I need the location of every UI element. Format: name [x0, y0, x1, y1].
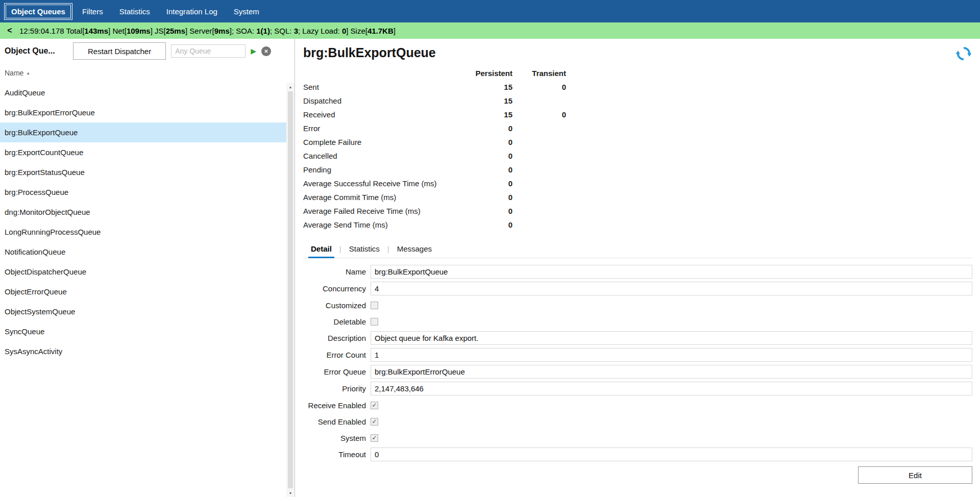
- restart-dispatcher-button[interactable]: Restart Dispatcher: [73, 42, 166, 60]
- stats-column-transient: Transient: [512, 66, 566, 80]
- queue-item-brg-exportcountqueue[interactable]: brg:ExportCountQueue: [0, 142, 286, 162]
- clear-search-icon[interactable]: ✕: [261, 46, 271, 56]
- queue-item-dng-monitorobjectqueue[interactable]: dng:MonitorObjectQueue: [0, 202, 286, 222]
- stat-persistent-dispatched: 15: [467, 94, 512, 108]
- field-control-deletable: [371, 318, 972, 326]
- field-checkbox-receive-enabled[interactable]: ✓: [371, 402, 378, 409]
- field-control-error-count: [371, 348, 972, 362]
- edit-button[interactable]: Edit: [858, 466, 972, 484]
- field-control-customized: [371, 302, 972, 309]
- stat-persistent-average-successful-receive-time-ms: 0: [467, 177, 512, 190]
- queue-item-objecterrorqueue[interactable]: ObjectErrorQueue: [0, 282, 286, 302]
- queue-item-sysasyncactivity[interactable]: SysAsyncActivity: [0, 341, 286, 361]
- queue-item-brg-processqueue[interactable]: brg:ProcessQueue: [0, 182, 286, 202]
- queue-item-auditqueue[interactable]: AuditQueue: [0, 83, 286, 103]
- scroll-down-icon[interactable]: ▼: [286, 489, 295, 497]
- field-checkbox-send-enabled[interactable]: ✓: [371, 418, 378, 426]
- top-nav: Object QueuesFiltersStatisticsIntegratio…: [0, 0, 980, 22]
- scroll-thumb[interactable]: [288, 91, 293, 488]
- status-label: ; Lazy Load:: [298, 27, 342, 35]
- tab-statistics[interactable]: Statistics: [341, 239, 387, 258]
- refresh-icon[interactable]: [955, 45, 972, 62]
- field-input-error-queue[interactable]: [371, 365, 972, 379]
- stat-transient-pending: [512, 163, 566, 177]
- stat-transient-sent: 0: [512, 80, 566, 94]
- sort-ascending-icon: ▲: [26, 71, 30, 76]
- form-row-priority: Priority: [303, 382, 972, 395]
- field-control-timeout: [371, 448, 972, 461]
- nav-item-object-queues[interactable]: Object Queues: [4, 3, 72, 20]
- queue-item-notificationqueue[interactable]: NotificationQueue: [0, 242, 286, 262]
- field-control-name: [371, 265, 972, 279]
- form-row-error-queue: Error Queue: [303, 365, 972, 379]
- stat-transient-complete-failure: [512, 135, 566, 149]
- detail-title: brg:BulkExportQueue: [303, 45, 972, 60]
- status-label: ] Net[: [108, 27, 127, 35]
- form-row-concurrency: Concurrency: [303, 282, 972, 295]
- stat-persistent-received: 15: [467, 108, 512, 121]
- nav-item-system[interactable]: System: [227, 4, 266, 19]
- form-row-timeout: Timeout: [303, 448, 972, 461]
- stat-transient-average-send-time-ms: [512, 218, 566, 232]
- field-checkbox-customized[interactable]: [371, 302, 378, 309]
- stat-label-complete-failure: Complete Failure: [303, 135, 467, 149]
- stat-label-cancelled: Cancelled: [303, 149, 467, 163]
- detail-tabs: Detail|Statistics|Messages: [303, 239, 972, 258]
- field-input-priority[interactable]: [371, 382, 972, 395]
- stat-label-average-commit-time-ms: Average Commit Time (ms): [303, 190, 467, 204]
- tab-messages[interactable]: Messages: [389, 239, 439, 258]
- queue-item-longrunningprocessqueue[interactable]: LongRunningProcessQueue: [0, 222, 286, 242]
- scroll-up-icon[interactable]: ▲: [286, 83, 295, 91]
- field-control-description: [371, 331, 972, 345]
- queue-item-objectdispatcherqueue[interactable]: ObjectDispatcherQueue: [0, 262, 286, 282]
- queue-search-input[interactable]: [171, 44, 246, 58]
- nav-item-integration-log[interactable]: Integration Log: [160, 4, 224, 19]
- detail-panel: brg:BulkExportQueue PersistentTransientS…: [295, 39, 980, 497]
- queue-scrollbar[interactable]: ▲ ▼: [286, 83, 295, 497]
- status-value: 3: [294, 27, 298, 35]
- status-value: 1(1): [256, 27, 270, 35]
- field-checkbox-system[interactable]: ✓: [371, 434, 378, 442]
- status-label: ] JS[: [151, 27, 166, 35]
- field-control-concurrency: [371, 282, 972, 295]
- status-label: ] Server[: [185, 27, 214, 35]
- queue-item-syncqueue[interactable]: SyncQueue: [0, 321, 286, 341]
- status-label: 12:59:04.178 Total[: [19, 27, 84, 35]
- queue-item-objectsystemqueue[interactable]: ObjectSystemQueue: [0, 302, 286, 321]
- queue-item-brg-bulkexporterrorqueue[interactable]: brg:BulkExportErrorQueue: [0, 103, 286, 122]
- field-label-concurrency: Concurrency: [303, 284, 371, 293]
- form-row-system: System✓: [303, 431, 972, 444]
- queue-list: AuditQueuebrg:BulkExportErrorQueuebrg:Bu…: [0, 83, 286, 497]
- queue-item-brg-exportstatusqueue[interactable]: brg:ExportStatusQueue: [0, 162, 286, 182]
- field-input-concurrency[interactable]: [371, 282, 972, 295]
- stat-transient-average-failed-receive-time-ms: [512, 204, 566, 218]
- field-label-error-count: Error Count: [303, 351, 371, 359]
- field-label-error-queue: Error Queue: [303, 367, 371, 376]
- status-label: ]; SOA:: [230, 27, 257, 35]
- stat-transient-received: 0: [512, 108, 566, 121]
- back-icon[interactable]: <: [0, 26, 19, 35]
- form-row-customized: Customized: [303, 299, 972, 312]
- field-checkbox-deletable[interactable]: [371, 318, 378, 326]
- nav-item-statistics[interactable]: Statistics: [113, 4, 157, 19]
- stat-transient-cancelled: [512, 149, 566, 163]
- stat-label-error: Error: [303, 121, 467, 135]
- detail-form: NameConcurrencyCustomizedDeletableDescri…: [303, 265, 972, 461]
- queue-toolbar: Object Que... Restart Dispatcher ▶ ✕: [0, 39, 295, 63]
- stats-header-spacer: [303, 66, 467, 80]
- name-column-header[interactable]: Name ▲: [0, 63, 295, 83]
- field-input-name[interactable]: [371, 265, 972, 279]
- field-input-error-count[interactable]: [371, 348, 972, 362]
- nav-item-filters[interactable]: Filters: [76, 4, 110, 19]
- queue-item-brg-bulkexportqueue[interactable]: brg:BulkExportQueue: [0, 122, 286, 142]
- field-control-send-enabled: ✓: [371, 418, 972, 426]
- field-input-description[interactable]: [371, 331, 972, 345]
- stat-persistent-sent: 15: [467, 80, 512, 94]
- run-search-icon[interactable]: ▶: [251, 47, 256, 55]
- field-input-timeout[interactable]: [371, 448, 972, 461]
- stat-persistent-average-commit-time-ms: 0: [467, 190, 512, 204]
- form-row-deletable: Deletable: [303, 315, 972, 328]
- stat-persistent-average-failed-receive-time-ms: 0: [467, 204, 512, 218]
- name-column-label: Name: [5, 69, 23, 77]
- tab-detail[interactable]: Detail: [303, 239, 339, 258]
